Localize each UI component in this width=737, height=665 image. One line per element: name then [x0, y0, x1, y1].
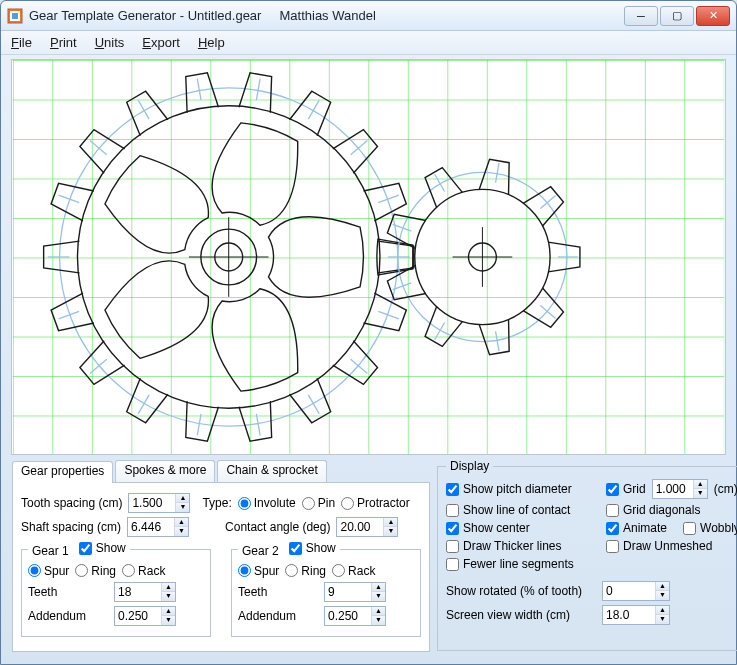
shaft-spacing-spinner[interactable]: ▲▼	[127, 517, 189, 537]
spin-down-icon[interactable]: ▼	[694, 489, 707, 498]
app-window: Gear Template Generator - Untitled.gear …	[0, 0, 737, 665]
type-involute-radio[interactable]: Involute	[238, 496, 296, 510]
gear2-teeth-input[interactable]	[325, 584, 371, 600]
titlebar[interactable]: Gear Template Generator - Untitled.gear …	[1, 1, 736, 31]
svg-rect-4	[13, 60, 724, 454]
spin-down-icon[interactable]: ▼	[176, 503, 189, 512]
gear2-teeth-spinner[interactable]: ▲▼	[324, 582, 386, 602]
type-pin-radio[interactable]: Pin	[302, 496, 335, 510]
grid-value-input[interactable]	[653, 481, 693, 497]
menu-export[interactable]: Export	[142, 35, 180, 50]
tooth-spacing-input[interactable]	[129, 495, 175, 511]
grid-spinner[interactable]: ▲▼	[652, 479, 708, 499]
spin-up-icon[interactable]: ▲	[694, 480, 707, 489]
gear2-addendum-label: Addendum	[238, 609, 318, 623]
type-protractor-radio[interactable]: Protractor	[341, 496, 410, 510]
gear-canvas[interactable]	[11, 59, 726, 455]
contact-angle-input[interactable]	[337, 519, 383, 535]
show-line-contact-check[interactable]: Show line of contact	[446, 503, 596, 517]
tooth-spacing-spinner[interactable]: ▲▼	[128, 493, 190, 513]
type-label: Type:	[202, 496, 231, 510]
show-rotated-input[interactable]	[603, 583, 655, 599]
draw-unmeshed-check[interactable]: Draw Unmeshed	[606, 539, 737, 553]
shaft-spacing-label: Shaft spacing (cm)	[21, 520, 121, 534]
wobbly-check[interactable]: Wobbly	[683, 521, 737, 535]
spin-up-icon[interactable]: ▲	[176, 494, 189, 503]
gear1-addendum-input[interactable]	[115, 608, 161, 624]
tab-page-gear-properties: Tooth spacing (cm) ▲▼ Type: Involute Pin…	[12, 482, 430, 652]
display-block: Display Show pitch diameter Grid ▲▼ (cm)…	[437, 459, 737, 653]
menu-help[interactable]: Help	[198, 35, 225, 50]
close-button[interactable]: ✕	[696, 6, 730, 26]
spin-up-icon[interactable]: ▲	[162, 607, 175, 616]
show-center-check[interactable]: Show center	[446, 521, 596, 535]
fewer-segments-check[interactable]: Fewer line segments	[446, 557, 596, 571]
spin-down-icon[interactable]: ▼	[162, 616, 175, 625]
menu-units[interactable]: Units	[95, 35, 125, 50]
bottom-panel: Gear properties Spokes & more Chain & sp…	[11, 459, 726, 653]
spin-down-icon[interactable]: ▼	[656, 615, 669, 624]
spin-up-icon[interactable]: ▲	[372, 607, 385, 616]
spin-up-icon[interactable]: ▲	[656, 582, 669, 591]
gear2-show-check[interactable]: Show	[289, 541, 336, 555]
gear2-spur-radio[interactable]: Spur	[238, 564, 279, 578]
gear1-rack-radio[interactable]: Rack	[122, 564, 165, 578]
contact-angle-label: Contact angle (deg)	[225, 520, 330, 534]
tab-chain-sprocket[interactable]: Chain & sprocket	[217, 460, 326, 482]
gear1-group: Gear 1 Show Spur Ring Rack Teeth ▲▼	[21, 541, 211, 637]
spin-up-icon[interactable]: ▲	[175, 518, 188, 527]
spin-down-icon[interactable]: ▼	[175, 527, 188, 536]
shaft-spacing-input[interactable]	[128, 519, 174, 535]
menu-file[interactable]: File	[11, 35, 32, 50]
gear2-addendum-spinner[interactable]: ▲▼	[324, 606, 386, 626]
gear1-legend: Gear 1	[32, 544, 69, 558]
display-legend: Display	[446, 459, 493, 473]
contact-angle-spinner[interactable]: ▲▼	[336, 517, 398, 537]
spin-down-icon[interactable]: ▼	[162, 592, 175, 601]
gear2-group: Gear 2 Show Spur Ring Rack Teeth ▲▼	[231, 541, 421, 637]
screen-width-label: Screen view width (cm)	[446, 608, 596, 622]
tab-spokes-more[interactable]: Spokes & more	[115, 460, 215, 482]
gear1-spur-radio[interactable]: Spur	[28, 564, 69, 578]
animate-check[interactable]: Animate	[606, 521, 667, 535]
screen-width-input[interactable]	[603, 607, 655, 623]
thicker-lines-check[interactable]: Draw Thicker lines	[446, 539, 596, 553]
spin-up-icon[interactable]: ▲	[384, 518, 397, 527]
gear1-ring-radio[interactable]: Ring	[75, 564, 116, 578]
spin-down-icon[interactable]: ▼	[656, 591, 669, 600]
gear1-addendum-spinner[interactable]: ▲▼	[114, 606, 176, 626]
menu-print[interactable]: Print	[50, 35, 77, 50]
show-rotated-label: Show rotated (% of tooth)	[446, 584, 596, 598]
gear1-teeth-spinner[interactable]: ▲▼	[114, 582, 176, 602]
minimize-button[interactable]: ─	[624, 6, 658, 26]
tab-gear-properties[interactable]: Gear properties	[12, 461, 113, 483]
svg-rect-2	[12, 13, 18, 19]
spin-up-icon[interactable]: ▲	[656, 606, 669, 615]
app-icon	[7, 8, 23, 24]
tooth-spacing-label: Tooth spacing (cm)	[21, 496, 122, 510]
show-pitch-check[interactable]: Show pitch diameter	[446, 482, 596, 496]
gear2-ring-radio[interactable]: Ring	[285, 564, 326, 578]
gear1-show-check[interactable]: Show	[79, 541, 126, 555]
gear2-rack-radio[interactable]: Rack	[332, 564, 375, 578]
spin-down-icon[interactable]: ▼	[372, 592, 385, 601]
spin-up-icon[interactable]: ▲	[372, 583, 385, 592]
gear2-teeth-label: Teeth	[238, 585, 318, 599]
display-group: Display Show pitch diameter Grid ▲▼ (cm)…	[437, 459, 737, 651]
spin-down-icon[interactable]: ▼	[384, 527, 397, 536]
tab-strip: Gear properties Spokes & more Chain & sp…	[12, 460, 430, 482]
screen-width-spinner[interactable]: ▲▼	[602, 605, 670, 625]
window-buttons: ─ ▢ ✕	[624, 6, 730, 26]
grid-unit-label: (cm)	[714, 482, 737, 496]
menubar: File Print Units Export Help	[1, 31, 736, 55]
gear2-legend: Gear 2	[242, 544, 279, 558]
show-rotated-spinner[interactable]: ▲▼	[602, 581, 670, 601]
gear1-teeth-input[interactable]	[115, 584, 161, 600]
gear1-teeth-label: Teeth	[28, 585, 108, 599]
maximize-button[interactable]: ▢	[660, 6, 694, 26]
spin-up-icon[interactable]: ▲	[162, 583, 175, 592]
grid-check[interactable]: Grid	[606, 482, 646, 496]
spin-down-icon[interactable]: ▼	[372, 616, 385, 625]
gear2-addendum-input[interactable]	[325, 608, 371, 624]
grid-diagonals-check[interactable]: Grid diagonals	[606, 503, 737, 517]
